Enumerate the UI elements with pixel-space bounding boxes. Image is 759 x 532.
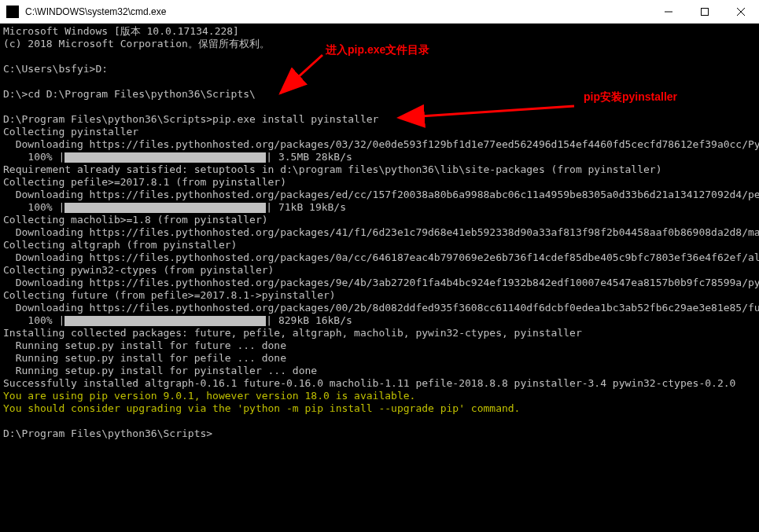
- terminal-line: D:\Program Files\python36\Scripts>: [3, 427, 756, 440]
- terminal-line: You are using pip version 9.0.1, however…: [3, 390, 756, 402]
- terminal-line: D:\>cd D:\Program Files\python36\Scripts…: [3, 88, 756, 101]
- terminal-line: Downloading https://files.pythonhosted.o…: [3, 189, 756, 201]
- terminal-output[interactable]: Microsoft Windows [版本 10.0.17134.228](c)…: [0, 24, 759, 532]
- terminal-line: Collecting macholib>=1.8 (from pyinstall…: [3, 214, 756, 226]
- terminal-line: Collecting pefile>=2017.8.1 (from pyinst…: [3, 176, 756, 189]
- terminal-line: 100% || 3.5MB 28kB/s: [3, 151, 756, 163]
- maximize-button[interactable]: [687, 0, 723, 24]
- terminal-line: Collecting pywin32-ctypes (from pyinstal…: [3, 264, 756, 277]
- terminal-line: D:\Program Files\python36\Scripts>pip.ex…: [3, 113, 756, 126]
- terminal-line: [3, 415, 756, 427]
- terminal-line: Collecting future (from pefile>=2017.8.1…: [3, 289, 756, 302]
- terminal-line: You should consider upgrading via the 'p…: [3, 402, 756, 415]
- terminal-line: 100% || 71kB 19kB/s: [3, 201, 756, 214]
- terminal-line: C:\Users\bsfyi>D:: [3, 63, 756, 75]
- terminal-line: Running setup.py install for pyinstaller…: [3, 365, 756, 377]
- terminal-line: Successfully installed altgraph-0.16.1 f…: [3, 377, 756, 390]
- terminal-line: Requirement already satisfied: setuptool…: [3, 163, 756, 176]
- terminal-line: Downloading https://files.pythonhosted.o…: [3, 302, 756, 314]
- terminal-line: Installing collected packages: future, p…: [3, 327, 756, 339]
- terminal-line: Collecting altgraph (from pyinstaller): [3, 239, 756, 251]
- terminal-line: 100% || 829kB 16kB/s: [3, 314, 756, 327]
- window-title: C:\WINDOWS\system32\cmd.exe: [25, 6, 650, 17]
- terminal-line: [3, 75, 756, 88]
- terminal-line: [3, 101, 756, 113]
- terminal-line: (c) 2018 Microsoft Corporation。保留所有权利。: [3, 38, 756, 50]
- close-button[interactable]: [723, 0, 759, 24]
- terminal-line: Running setup.py install for future ... …: [3, 339, 756, 352]
- cmd-icon: [6, 6, 19, 18]
- terminal-line: Downloading https://files.pythonhosted.o…: [3, 138, 756, 151]
- terminal-line: Collecting pyinstaller: [3, 126, 756, 138]
- window-titlebar: C:\WINDOWS\system32\cmd.exe: [0, 0, 759, 24]
- minimize-button[interactable]: [650, 0, 687, 24]
- terminal-line: Downloading https://files.pythonhosted.o…: [3, 251, 756, 264]
- terminal-line: Running setup.py install for pefile ... …: [3, 352, 756, 365]
- terminal-line: Microsoft Windows [版本 10.0.17134.228]: [3, 25, 756, 38]
- terminal-line: [3, 50, 756, 63]
- terminal-line: Downloading https://files.pythonhosted.o…: [3, 277, 756, 289]
- svg-rect-1: [702, 8, 709, 15]
- terminal-line: Downloading https://files.pythonhosted.o…: [3, 226, 756, 239]
- window-controls: [650, 0, 759, 24]
